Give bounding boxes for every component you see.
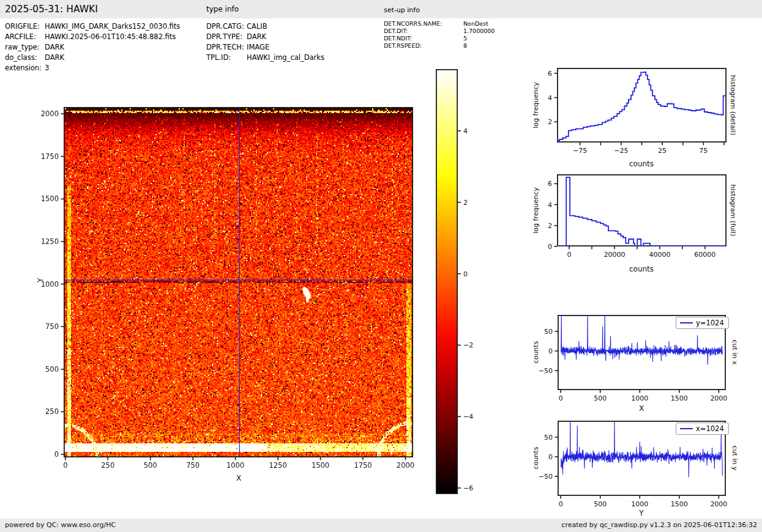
cut-y-y-label: counts <box>532 447 540 470</box>
info-row-ndit: DET.NDIT:5 <box>384 35 467 42</box>
plot-frame <box>558 175 726 246</box>
field-label: do_class: <box>5 53 45 62</box>
hist-detail-x-label: counts <box>629 160 654 168</box>
hist-full-y-label: log frequency <box>532 187 540 233</box>
field-value: DARK <box>45 43 64 51</box>
tick-label: 1500 <box>312 461 329 470</box>
setup-info-heading: set-up info <box>384 6 420 14</box>
footer-powered-by: powered by QC: www.eso.org/HC <box>5 519 116 532</box>
tick-label: 1500 <box>671 394 688 402</box>
tick-label: 2000 <box>397 461 414 470</box>
tick-label: 0 <box>559 500 563 508</box>
tick-label: 2000 <box>710 394 727 402</box>
legend-line-sample <box>680 322 693 323</box>
legend-label: x=1024 <box>696 424 724 433</box>
tick-label: 2 <box>548 222 552 230</box>
info-row-extension: extension:3 <box>5 64 49 72</box>
tick-label: 250 <box>101 461 114 470</box>
field-value: HAWKI_IMG_DARK_Darks152_0030.fits <box>45 22 180 31</box>
tick-label: 0 <box>54 450 59 459</box>
tick-label: 0 <box>63 461 67 470</box>
tick-label: −75 <box>573 147 587 155</box>
field-label: DET.RSPEED: <box>384 42 463 49</box>
info-row-rspeed: DET.RSPEED:8 <box>384 42 467 49</box>
cut-x-right-label: cut in x <box>731 340 739 365</box>
data-line <box>557 177 727 246</box>
tick-label: 20000 <box>603 251 625 259</box>
cut-x-y-label: counts <box>532 341 540 364</box>
field-value: 8 <box>463 42 467 49</box>
tick-label: 0 <box>463 270 468 278</box>
colorbar-frame <box>436 70 457 493</box>
tick-label: 75 <box>699 147 708 155</box>
tick-label: 50 <box>544 434 553 441</box>
tick-label: 6 <box>548 70 552 78</box>
field-value: DARK <box>45 53 64 62</box>
data-line <box>557 72 727 141</box>
info-row-dprtype: DPR.TYPE:DARK <box>206 32 266 41</box>
field-label: DPR.TYPE: <box>206 32 247 41</box>
tick-label: 50 <box>544 328 553 336</box>
field-value: 3 <box>45 64 49 72</box>
tick-label: −50 <box>539 473 553 481</box>
field-label: extension: <box>5 64 45 72</box>
tick-label: 500 <box>144 461 157 470</box>
cut-y-right-label: cut in y <box>731 446 739 471</box>
field-label: DET.NDIT: <box>384 35 463 42</box>
field-value: HAWKI.2025-06-01T10:45:48.882.fits <box>45 32 176 41</box>
footer-created-by: created by qc_rawdisp.py v1.2.3 on 2025-… <box>561 519 757 532</box>
footer-bar: powered by QC: www.eso.org/HC created by… <box>0 519 762 532</box>
dark-frame-plot: 0250500750100012501500175020000250500750… <box>64 107 413 457</box>
hist-full-right-label: histogram (full) <box>729 185 737 237</box>
info-row-origfile: ORIGFILE:HAWKI_IMG_DARK_Darks152_0030.fi… <box>5 22 180 31</box>
hist-detail-y-label: log frequency <box>532 82 540 128</box>
info-row-arcfile: ARCFILE:HAWKI.2025-06-01T10:45:48.882.fi… <box>5 32 176 41</box>
info-row-tplid: TPL.ID:HAWKI_img_cal_Darks <box>206 53 324 62</box>
tick-label: 1000 <box>226 461 244 470</box>
tick-label: 500 <box>594 394 607 402</box>
tick-label: 750 <box>45 322 59 331</box>
histogram-full-plot: 02000040000600000246 <box>557 174 727 246</box>
info-row-dprcatg: DPR.CATG:CALIB <box>206 22 267 31</box>
field-label: ORIGFILE: <box>5 22 45 31</box>
tick-label: −4 <box>463 413 473 421</box>
tick-label: 2000 <box>41 109 59 118</box>
tick-label: 0 <box>548 453 553 461</box>
hist-full-x-label: counts <box>629 265 654 273</box>
tick-label: 250 <box>45 407 59 416</box>
tick-label: 2 <box>548 118 552 126</box>
tick-label: 0 <box>559 394 563 402</box>
page-title: 2025-05-31: HAWKI <box>5 1 98 17</box>
tick-label: 500 <box>594 500 607 508</box>
field-value: NonDest <box>463 20 488 27</box>
type-info-heading: type info <box>206 5 239 13</box>
info-row-rawtype: raw_type:DARK <box>5 43 64 51</box>
plot-frame <box>64 108 413 457</box>
field-label: raw_type: <box>5 43 45 51</box>
tick-label: 0 <box>548 347 553 355</box>
field-label: DPR.TECH: <box>206 43 247 51</box>
tick-label: 4 <box>548 94 552 102</box>
field-value: CALIB <box>247 22 267 31</box>
colorbar-axes: 420−2−4−6 <box>436 69 458 494</box>
tick-label: 4 <box>548 201 552 209</box>
legend-label: y=1024 <box>696 319 724 327</box>
field-value: 5 <box>463 35 467 42</box>
tick-label: 6 <box>548 180 552 188</box>
tick-label: 1500 <box>671 500 688 508</box>
histogram-full-axes: 02000040000600000246 <box>557 174 727 246</box>
tick-label: 1250 <box>269 461 286 470</box>
tick-label: 25 <box>658 147 667 155</box>
legend-cut-y: x=1024 <box>676 423 729 435</box>
tick-label: 0 <box>567 251 571 259</box>
field-label: DET.DIT: <box>384 28 463 34</box>
tick-label: −2 <box>463 341 473 349</box>
tick-label: −6 <box>463 484 473 492</box>
field-label: TPL.ID: <box>206 53 247 62</box>
tick-label: 1000 <box>631 394 648 402</box>
tick-label: 0 <box>548 243 552 251</box>
field-label: ARCFILE: <box>5 32 45 41</box>
field-value: DARK <box>247 32 266 41</box>
field-label: DPR.CATG: <box>206 22 247 31</box>
dark-frame-axes: 0250500750100012501500175020000250500750… <box>64 107 413 457</box>
